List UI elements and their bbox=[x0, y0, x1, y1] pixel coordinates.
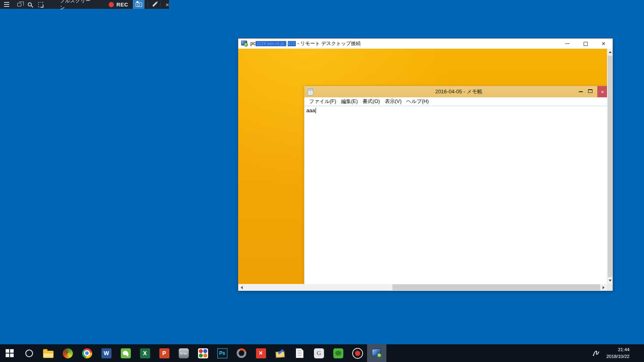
taskbar-item-powerpoint[interactable]: P bbox=[155, 344, 174, 362]
pen-input-icon[interactable] bbox=[592, 349, 601, 358]
notepad-window: 2016-04-05 - メモ帳 × ファイル(F) 編集(E) 書式(O) 表… bbox=[304, 86, 607, 284]
rdp-title-redacted-host: 1124.win-rd.jp.1410 bbox=[256, 41, 296, 46]
taskbar-item-rdp-active[interactable] bbox=[367, 344, 386, 362]
menu-file[interactable]: ファイル(F) bbox=[307, 98, 339, 105]
green-app-icon bbox=[333, 348, 343, 358]
notepad-maximize-button[interactable] bbox=[588, 89, 592, 93]
cortana-icon bbox=[25, 350, 33, 357]
rdp-title-suffix: - リモート デスクトップ接続 bbox=[297, 41, 361, 46]
scrollbar-corner bbox=[607, 284, 613, 291]
menu-format[interactable]: 書式(O) bbox=[360, 98, 382, 105]
rdp-close-button[interactable]: × bbox=[594, 39, 613, 49]
rdp-maximize-button[interactable] bbox=[576, 39, 594, 49]
taskbar-item-photoshop[interactable]: Ps bbox=[213, 344, 232, 362]
taskbar-clock[interactable]: 21:44 2018/10/22 bbox=[606, 346, 644, 360]
taskbar-item-green-app[interactable] bbox=[328, 344, 348, 362]
excel-icon: X bbox=[140, 348, 150, 358]
memo-pen-icon bbox=[275, 348, 285, 358]
taskbar-item-excel[interactable]: X bbox=[135, 344, 155, 362]
recorder-toolbar: フルスクリーン REC × bbox=[0, 0, 169, 9]
taskbar-item-color-dots-app[interactable] bbox=[193, 344, 213, 362]
windows-logo-icon bbox=[6, 349, 14, 357]
powerpoint-icon: P bbox=[159, 348, 169, 358]
pencil-icon[interactable] bbox=[152, 2, 157, 7]
close-icon: × bbox=[601, 89, 604, 95]
taskbar-item-gom[interactable]: G bbox=[309, 344, 328, 362]
swirl-logo-icon bbox=[237, 348, 246, 358]
notepad-window-title: 2016-04-05 - メモ帳 bbox=[435, 88, 483, 95]
notepad-minimize-button[interactable] bbox=[579, 91, 583, 92]
taskbar-item-photos-app[interactable] bbox=[58, 344, 77, 362]
chrome-icon bbox=[82, 348, 92, 358]
window-mode-icon[interactable] bbox=[17, 3, 21, 6]
notepad-menubar: ファイル(F) 編集(E) 書式(O) 表示(V) ヘルプ(H) bbox=[304, 97, 607, 106]
taskbar-item-swirl-app[interactable] bbox=[232, 344, 251, 362]
rdp-titlebar[interactable]: pc1124.win-rd.jp.1410 - リモート デスクトップ接続 × bbox=[238, 39, 613, 49]
horizontal-scroll-thumb[interactable] bbox=[392, 284, 600, 290]
start-button[interactable] bbox=[0, 344, 19, 362]
photoshop-icon: Ps bbox=[217, 348, 227, 358]
red-x-icon: × bbox=[256, 348, 266, 358]
record-dot-icon bbox=[109, 2, 114, 7]
scroll-left-arrow[interactable] bbox=[238, 284, 245, 291]
scroll-down-arrow[interactable] bbox=[607, 277, 613, 284]
camera-icon bbox=[136, 2, 142, 7]
close-toolbar-icon[interactable]: × bbox=[165, 2, 169, 8]
taskbar-item-recorder[interactable] bbox=[348, 344, 367, 362]
menu-help[interactable]: ヘルプ(H) bbox=[404, 98, 431, 105]
rdp-window-title: pc1124.win-rd.jp.1410 - リモート デスクトップ接続 bbox=[250, 40, 361, 47]
toolbar-separator bbox=[160, 2, 161, 7]
rdp-horizontal-scrollbar[interactable] bbox=[238, 284, 607, 291]
taskbar-item-sirius[interactable]: Sirius bbox=[174, 344, 193, 362]
taskbar-item-file-explorer[interactable] bbox=[39, 344, 58, 362]
word-icon: W bbox=[101, 348, 111, 358]
notepad-app-icon bbox=[308, 88, 313, 95]
notepad-close-button[interactable]: × bbox=[597, 86, 607, 97]
menu-icon[interactable] bbox=[4, 4, 9, 5]
menu-edit[interactable]: 編集(E) bbox=[339, 98, 360, 105]
screenshot-button[interactable] bbox=[133, 0, 144, 9]
scroll-right-arrow[interactable] bbox=[600, 284, 607, 291]
file-explorer-icon bbox=[43, 351, 54, 358]
notepad-titlebar[interactable]: 2016-04-05 - メモ帳 × bbox=[304, 86, 607, 97]
clock-time: 21:44 bbox=[606, 346, 630, 353]
record-button[interactable]: REC bbox=[109, 2, 128, 8]
menu-view[interactable]: 表示(V) bbox=[382, 98, 404, 105]
text-caret bbox=[316, 108, 316, 113]
evernote-icon bbox=[121, 348, 131, 358]
taskbar-item-word[interactable]: W bbox=[97, 344, 116, 362]
taskbar-item-evernote[interactable] bbox=[116, 344, 135, 362]
rdp-app-icon bbox=[241, 41, 248, 47]
search-icon[interactable] bbox=[28, 2, 31, 6]
toolbar-separator bbox=[148, 2, 148, 7]
notepad-text: aaa bbox=[306, 107, 315, 113]
taskbar-item-text-document[interactable] bbox=[290, 344, 309, 362]
rdp-window-controls: × bbox=[558, 39, 613, 49]
document-icon bbox=[296, 348, 303, 358]
clock-date: 2018/10/22 bbox=[606, 353, 630, 360]
taskbar-item-cortana[interactable] bbox=[19, 344, 39, 362]
system-tray: 21:44 2018/10/22 bbox=[592, 344, 644, 362]
taskbar-item-chrome[interactable] bbox=[77, 344, 97, 362]
record-button-icon bbox=[352, 348, 363, 359]
photo-app-icon bbox=[63, 348, 73, 358]
remote-desktop-view: 2016-04-05 - メモ帳 × ファイル(F) 編集(E) 書式(O) 表… bbox=[238, 49, 607, 284]
rdp-icon bbox=[372, 349, 382, 358]
rdp-title-prefix: pc bbox=[250, 41, 256, 46]
g-logo-icon: G bbox=[314, 348, 324, 358]
rdp-vertical-scrollbar[interactable] bbox=[607, 49, 613, 284]
rdp-window: pc1124.win-rd.jp.1410 - リモート デスクトップ接続 × … bbox=[238, 38, 613, 290]
capture-region-icon[interactable] bbox=[38, 2, 43, 7]
notepad-text-area[interactable]: aaa bbox=[304, 106, 607, 284]
fullscreen-button[interactable]: フルスクリーン bbox=[60, 0, 92, 11]
sirius-icon: Sirius bbox=[179, 348, 189, 358]
vertical-scroll-thumb[interactable] bbox=[608, 56, 612, 277]
rdp-minimize-button[interactable] bbox=[558, 39, 576, 49]
scroll-up-arrow[interactable] bbox=[607, 49, 613, 56]
taskbar-item-red-x-app[interactable]: × bbox=[251, 344, 270, 362]
color-dots-icon bbox=[198, 348, 208, 358]
taskbar-item-memo-app[interactable] bbox=[270, 344, 290, 362]
taskbar: W X P Sirius Ps × G bbox=[0, 344, 644, 362]
